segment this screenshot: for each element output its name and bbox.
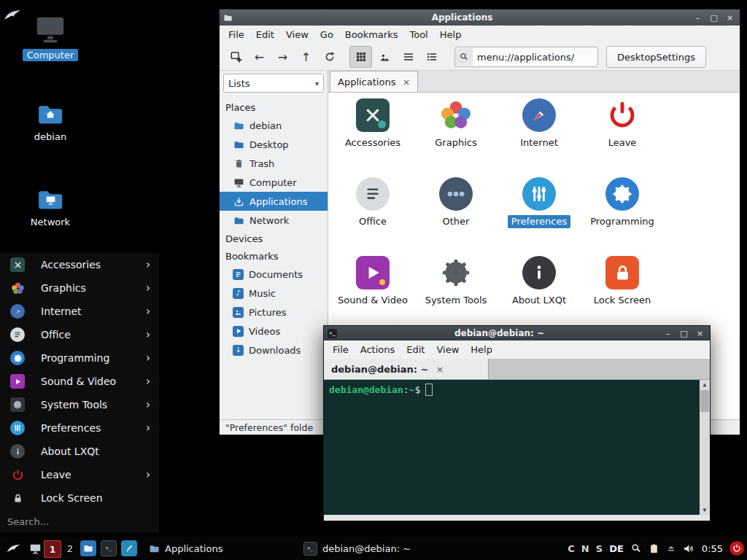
clipboard-tray-icon[interactable] (649, 543, 659, 554)
sidebar-item-music[interactable]: ♪ Music (220, 284, 328, 303)
sidebar-item-documents[interactable]: Documents (220, 265, 328, 284)
menu-view[interactable]: View (430, 341, 465, 358)
menu-item-internet[interactable]: Internet › (0, 300, 159, 323)
app-item-about-lxqt[interactable]: About LXQt (499, 256, 579, 307)
reload-button[interactable] (319, 47, 340, 67)
menu-item-preferences[interactable]: Preferences › (0, 416, 159, 440)
app-item-office[interactable]: Office (333, 177, 413, 228)
sidebar-item-pictures[interactable]: Pictures (220, 303, 328, 322)
launcher-file-manager[interactable] (80, 537, 96, 560)
start-menu-button[interactable] (3, 537, 23, 560)
menu-item-about-lxqt[interactable]: About LXQt (0, 440, 159, 463)
desktop-icon-computer[interactable]: Computer (14, 12, 87, 61)
menu-item-sound-video[interactable]: Sound & Video › (0, 370, 159, 393)
desktop-icon (29, 542, 42, 555)
sidebar-item-debian[interactable]: debian (220, 116, 328, 135)
app-item-sound-video[interactable]: Sound & Video (333, 256, 413, 307)
menu-actions[interactable]: Actions (355, 341, 401, 358)
menu-item-accessories[interactable]: Accessories › (0, 253, 159, 276)
sidebar-item-applications[interactable]: Applications (220, 192, 328, 211)
sidebar-item-downloads[interactable]: ↓ Downloads (220, 341, 328, 359)
up-button[interactable]: ↑ (295, 47, 317, 67)
workspace-2-button[interactable]: 2 (64, 537, 76, 560)
menu-help[interactable]: Help (434, 26, 468, 43)
terminal-tab[interactable]: debian@debian: ~ × (324, 359, 489, 379)
close-button[interactable]: × (694, 328, 706, 338)
menu-view[interactable]: View (280, 26, 314, 43)
menu-item-programming[interactable]: Programming › (0, 346, 159, 370)
tab-applications[interactable]: Applications × (330, 71, 418, 92)
desktop-settings-button[interactable]: DesktopSettings (606, 46, 706, 68)
terminal-screen[interactable]: debian@debian:~$ ▲ ▼ (324, 380, 710, 515)
tab-close-icon[interactable]: × (436, 364, 444, 375)
minimize-button[interactable]: – (662, 328, 674, 338)
menu-item-system-tools[interactable]: System Tools › (0, 393, 159, 416)
path-bar[interactable]: menu://applications/ (454, 47, 598, 67)
volume-icon[interactable] (683, 542, 695, 555)
app-item-accessories[interactable]: Accessories (333, 98, 413, 149)
minimize-button[interactable]: – (692, 12, 704, 23)
compact-view-button[interactable] (398, 47, 419, 67)
desktop-icon-debian[interactable]: debian (14, 102, 87, 143)
maximize-button[interactable]: □ (708, 12, 720, 23)
close-button[interactable]: × (724, 12, 736, 23)
app-item-leave[interactable]: Leave (582, 98, 662, 149)
menu-item-lock-screen[interactable]: Lock Screen (0, 486, 159, 510)
sidebar-item-desktop[interactable]: Desktop (220, 135, 328, 154)
app-item-system-tools[interactable]: System Tools (416, 256, 496, 307)
scroll-down-icon[interactable]: ▼ (703, 507, 707, 513)
app-item-internet[interactable]: Internet (499, 98, 579, 149)
menu-search-input[interactable]: Search... (0, 510, 159, 533)
eject-tray-icon[interactable] (666, 543, 676, 553)
menu-file[interactable]: File (327, 341, 355, 358)
sidebar-item-trash[interactable]: Trash (220, 154, 328, 173)
lists-combobox[interactable]: Lists ▾ (223, 74, 324, 93)
sidebar-item-computer[interactable]: Computer (220, 173, 328, 192)
power-button[interactable] (729, 541, 744, 556)
thumbnail-view-button[interactable] (374, 47, 395, 67)
menu-item-graphics[interactable]: Graphics › (0, 276, 159, 300)
taskbar-task-applications[interactable]: Applications (144, 537, 295, 560)
launcher-editor[interactable] (121, 537, 137, 560)
workspace-1-button[interactable]: 1 (44, 540, 61, 558)
menu-bookmarks[interactable]: Bookmarks (339, 26, 404, 43)
detailed-view-button[interactable] (421, 47, 442, 67)
desktop-icon-network[interactable]: Network (14, 187, 87, 228)
sidebar-item-network[interactable]: Network (220, 211, 328, 230)
menu-item-office[interactable]: Office › (0, 323, 159, 346)
back-button[interactable]: ← (249, 47, 270, 67)
home-folder-icon (233, 120, 244, 131)
clock[interactable]: 0:55 (702, 543, 723, 554)
menu-edit[interactable]: Edit (250, 26, 280, 43)
tab-close-icon[interactable]: × (402, 77, 410, 88)
menu-file[interactable]: File (222, 26, 250, 43)
fm-titlebar[interactable]: Applications – □ × (220, 9, 740, 26)
app-item-graphics[interactable]: Graphics (416, 98, 496, 149)
scroll-up-icon[interactable]: ▲ (703, 381, 707, 388)
taskbar-task-terminal[interactable]: >_ debian@debian: ~ (299, 537, 444, 560)
menu-edit[interactable]: Edit (400, 341, 430, 358)
launcher-terminal[interactable]: >_ (101, 537, 117, 560)
submenu-arrow-icon: › (146, 305, 150, 318)
menu-tool[interactable]: Tool (403, 26, 433, 43)
forward-button[interactable]: → (272, 47, 293, 67)
terminal-window-icon: >_ (328, 329, 337, 338)
app-item-lock-screen[interactable]: Lock Screen (582, 256, 662, 307)
terminal-titlebar[interactable]: >_ debian@debian: ~ – □ × (324, 326, 710, 341)
menu-help[interactable]: Help (465, 341, 498, 358)
maximize-button[interactable]: □ (678, 328, 690, 338)
menu-item-leave[interactable]: Leave › (0, 463, 159, 486)
icon-view-button[interactable] (349, 46, 372, 68)
app-item-preferences[interactable]: Preferences (499, 177, 579, 228)
search-tray-icon[interactable] (630, 542, 642, 554)
show-desktop-button[interactable] (26, 537, 44, 560)
app-item-programming[interactable]: Programming (582, 177, 662, 228)
keyboard-layout-indicator[interactable]: DE (609, 543, 624, 554)
terminal-scrollbar[interactable]: ▲ ▼ (700, 380, 710, 515)
scrollbar-thumb[interactable] (700, 390, 709, 412)
accessories-icon (10, 257, 25, 272)
menu-go[interactable]: Go (314, 26, 339, 43)
sidebar-item-videos[interactable]: Videos (220, 322, 328, 341)
app-item-other[interactable]: Other (416, 177, 496, 228)
new-tab-button[interactable] (225, 47, 247, 67)
